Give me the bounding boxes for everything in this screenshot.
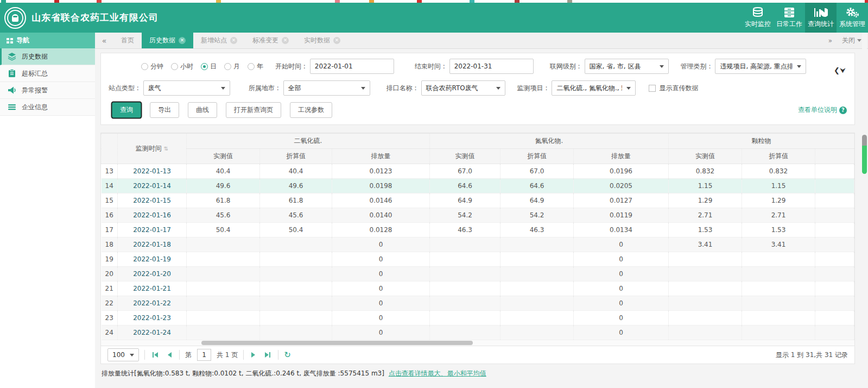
top-nav-daily-work[interactable]: 日常工作 bbox=[774, 3, 805, 33]
favicon bbox=[97, 0, 102, 3]
operating-params-button[interactable]: 工况参数 bbox=[290, 102, 332, 118]
database-icon bbox=[751, 7, 764, 18]
value-cell: 0.0127 bbox=[574, 193, 669, 208]
table-row[interactable]: 132022-01-1340.440.40.012367.067.00.0196… bbox=[102, 164, 854, 179]
table-row[interactable]: 152022-01-1561.861.80.014664.964.90.0127… bbox=[102, 193, 854, 208]
monitor-date-cell[interactable]: 2022-01-16 bbox=[118, 208, 187, 223]
select-value: 二氧化硫., 氮氧化物., 颗粒 bbox=[556, 84, 622, 93]
horizontal-scrollbar-thumb[interactable] bbox=[201, 341, 473, 345]
monitor-date-cell[interactable]: 2022-01-20 bbox=[118, 267, 187, 281]
table-row[interactable]: 162022-01-1645.645.60.014054.254.20.0119… bbox=[102, 208, 854, 223]
query-button[interactable]: 查询 bbox=[112, 102, 141, 118]
select-value: 废气 bbox=[148, 84, 161, 93]
table-row[interactable]: 192022-01-1900 bbox=[102, 252, 854, 267]
table-row[interactable]: 182022-01-18003.413.41 bbox=[102, 237, 854, 252]
monitor-date-cell[interactable]: 2022-01-21 bbox=[118, 281, 187, 296]
value-cell: 49.6 bbox=[187, 179, 260, 193]
vertical-scrollbar-thumb[interactable] bbox=[862, 146, 867, 174]
close-icon[interactable]: ✕ bbox=[179, 37, 186, 44]
favicon bbox=[865, 0, 868, 3]
tab-realtime-data[interactable]: 实时数据 ✕ bbox=[296, 33, 348, 48]
tab-new-site[interactable]: 新增站点 ✕ bbox=[193, 33, 245, 48]
panel-collapse-chevron-icon[interactable]: ❮︎​⮟ bbox=[834, 66, 846, 75]
close-icon[interactable]: ✕ bbox=[230, 37, 237, 44]
mgmt-type-select[interactable]: 违规项目, 高架源, 重点排 bbox=[715, 59, 806, 74]
radio-label: 月 bbox=[233, 62, 240, 71]
monitor-date-cell[interactable]: 2022-01-22 bbox=[118, 296, 187, 311]
radio-icon bbox=[141, 63, 148, 70]
value-cell: 0.832 bbox=[742, 164, 815, 179]
chevron-down-icon bbox=[797, 65, 801, 68]
page-number-input[interactable] bbox=[197, 349, 211, 361]
next-page-button[interactable] bbox=[249, 352, 257, 358]
tab-history-data[interactable]: 历史数据 ✕ bbox=[142, 33, 193, 48]
monitor-item-select[interactable]: 二氧化硫., 氮氧化物., 颗粒 bbox=[552, 80, 636, 96]
value-cell bbox=[260, 311, 332, 326]
sidebar-item-history-data[interactable]: 历史数据 bbox=[0, 48, 95, 65]
monitor-date-cell[interactable]: 2022-01-15 bbox=[118, 193, 187, 208]
monitor-date-cell[interactable]: 2022-01-14 bbox=[118, 179, 187, 193]
start-time-input[interactable] bbox=[310, 59, 394, 74]
table-row[interactable]: 172022-01-1750.450.40.012846.346.30.0134… bbox=[102, 223, 854, 237]
table-row[interactable]: 212022-01-2100 bbox=[102, 281, 854, 296]
last-page-button[interactable] bbox=[263, 352, 273, 358]
direct-data-checkbox[interactable] bbox=[649, 85, 656, 92]
page-size-select[interactable]: 100 bbox=[107, 348, 139, 361]
radio-hour[interactable]: 小时 bbox=[171, 62, 193, 71]
sidebar-item-exceedance-summary[interactable]: 超标汇总 bbox=[0, 65, 95, 82]
monitor-date-cell[interactable]: 2022-01-23 bbox=[118, 311, 187, 326]
close-icon[interactable]: ✕ bbox=[282, 37, 289, 44]
value-cell: 54.2 bbox=[500, 208, 574, 223]
page-vertical-scrollbar[interactable] bbox=[862, 33, 867, 388]
outlet-select[interactable]: 联合农药RTO废气 bbox=[421, 80, 505, 96]
sidebar-item-company-info[interactable]: 企业信息 bbox=[0, 99, 95, 116]
table-row[interactable]: 202022-01-2000 bbox=[102, 267, 854, 281]
filter-row-2: 站点类型 : 废气 所属地市 : 全部 排口名称 : 联合农药RTO废气 监测项… bbox=[109, 80, 847, 96]
monitor-date-cell[interactable]: 2022-01-19 bbox=[118, 252, 187, 267]
radio-year[interactable]: 年 bbox=[248, 62, 263, 71]
close-tabs-menu[interactable]: 关闭 bbox=[842, 36, 861, 45]
end-time-input[interactable] bbox=[449, 59, 534, 74]
close-icon[interactable]: ✕ bbox=[333, 37, 340, 44]
top-nav-system-admin[interactable]: 系统管理 bbox=[837, 3, 868, 33]
monitor-time-header[interactable]: 监测时间⇅ bbox=[118, 134, 187, 164]
sidebar-item-abnormal-alarm[interactable]: 异常报警 bbox=[0, 82, 95, 99]
tab-home[interactable]: 首页 bbox=[113, 33, 142, 48]
export-button[interactable]: 导出 bbox=[150, 102, 179, 118]
tabs-scroll-right-icon[interactable]: » bbox=[828, 37, 832, 45]
city-select[interactable]: 全部 bbox=[283, 80, 370, 96]
radio-month[interactable]: 月 bbox=[224, 62, 240, 71]
table-row[interactable]: 142022-01-1449.649.60.019864.664.60.0205… bbox=[102, 179, 854, 193]
view-details-link[interactable]: 点击查看详情最大、最小和平均值 bbox=[389, 370, 486, 377]
top-nav-realtime-monitor[interactable]: 实时监控 bbox=[742, 3, 774, 33]
top-nav-label: 系统管理 bbox=[839, 20, 865, 29]
monitor-date-cell[interactable]: 2022-01-13 bbox=[118, 164, 187, 179]
site-type-select[interactable]: 废气 bbox=[143, 80, 230, 96]
top-nav-query-stats[interactable]: 查询统计 bbox=[805, 3, 837, 33]
sort-icon[interactable]: ⇅ bbox=[164, 146, 168, 152]
value-cell bbox=[187, 267, 260, 281]
value-cell: 3.41 bbox=[669, 237, 742, 252]
tabs-scroll-left-icon[interactable]: « bbox=[95, 33, 113, 48]
table-row[interactable]: 232022-01-2300 bbox=[102, 311, 854, 326]
company-logo-icon bbox=[4, 7, 26, 29]
favicon bbox=[470, 0, 474, 3]
curve-button[interactable]: 曲线 bbox=[188, 102, 217, 118]
tab-standard-change[interactable]: 标准变更 ✕ bbox=[245, 33, 296, 48]
prev-page-button[interactable] bbox=[166, 352, 174, 358]
view-unit-description-link[interactable]: 查看单位说明 ? bbox=[798, 105, 847, 115]
radio-day[interactable]: 日 bbox=[201, 62, 217, 71]
monitor-date-cell[interactable]: 2022-01-24 bbox=[118, 326, 187, 340]
content: « 首页 历史数据 ✕ 新增站点 ✕ 标准变更 ✕ 实时数据 bbox=[95, 33, 868, 388]
monitor-date-cell[interactable]: 2022-01-17 bbox=[118, 223, 187, 237]
radio-minute[interactable]: 分钟 bbox=[141, 62, 163, 71]
horizontal-scrollbar[interactable] bbox=[101, 340, 854, 346]
radio-icon bbox=[224, 63, 231, 70]
table-row[interactable]: 222022-01-2200 bbox=[102, 296, 854, 311]
network-level-select[interactable]: 国家, 省, 市, 区县 bbox=[585, 59, 669, 74]
first-page-button[interactable] bbox=[150, 352, 160, 358]
refresh-icon[interactable]: ↻ bbox=[284, 350, 291, 360]
monitor-date-cell[interactable]: 2022-01-18 bbox=[118, 237, 187, 252]
table-row[interactable]: 242022-01-2400 bbox=[102, 326, 854, 340]
open-new-query-button[interactable]: 打开新查询页 bbox=[226, 102, 281, 118]
